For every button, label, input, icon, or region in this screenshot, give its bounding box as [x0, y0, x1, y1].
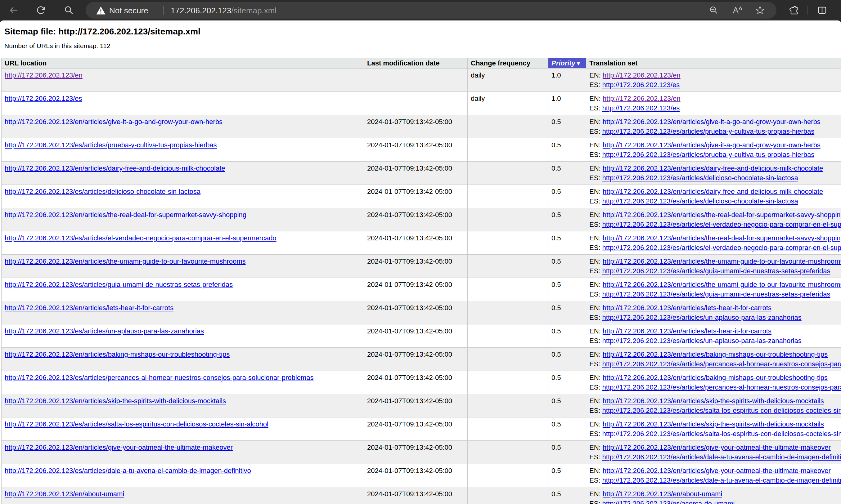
url-cell: http://172.206.202.123/en/articles/bakin… — [2, 348, 364, 371]
translation-link-en[interactable]: http://172.206.202.123/en/articles/bakin… — [603, 374, 828, 381]
header-change-frequency[interactable]: Change frequency — [468, 58, 548, 69]
translation-link-en[interactable]: http://172.206.202.123/en/about-umami — [603, 490, 722, 498]
back-button[interactable] — [8, 5, 19, 16]
translation-link-en[interactable]: http://172.206.202.123/en/articles/lets-… — [603, 304, 771, 312]
url-cell: http://172.206.202.123/en/articles/dairy… — [2, 162, 364, 185]
translation-link-en[interactable]: http://172.206.202.123/en — [603, 71, 681, 79]
changefreq-cell — [468, 348, 548, 371]
translation-link-en[interactable]: http://172.206.202.123/en/articles/bakin… — [603, 350, 828, 358]
translation-link-en[interactable]: http://172.206.202.123/en/articles/give-… — [603, 467, 831, 474]
translation-link-es[interactable]: http://172.206.202.123/es/articles/dale-… — [602, 453, 841, 461]
table-row: http://172.206.202.123/en/articles/the-r… — [2, 208, 841, 231]
read-aloud-button[interactable] — [732, 5, 742, 16]
url-link[interactable]: http://172.206.202.123/es/articles/prueb… — [5, 141, 217, 149]
translation-link-es[interactable]: http://172.206.202.123/es/articles/prueb… — [602, 151, 814, 159]
translation-link-es[interactable]: http://172.206.202.123/es/articles/delic… — [602, 174, 798, 182]
translation-cell: EN: http://172.206.202.123/en/articles/g… — [586, 115, 841, 138]
translation-link-es[interactable]: http://172.206.202.123/es/articles/un-ap… — [602, 337, 802, 345]
translation-link-es[interactable]: http://172.206.202.123/es/acerca-de-umam… — [602, 500, 735, 504]
url-link[interactable]: http://172.206.202.123/en/articles/give-… — [5, 118, 223, 126]
url-link[interactable]: http://172.206.202.123/es/articles/el-ve… — [5, 234, 277, 242]
translation-link-es[interactable]: http://172.206.202.123/es — [602, 104, 680, 112]
translation-cell: EN: http://172.206.202.123/en/articles/t… — [586, 231, 841, 255]
header-url-location[interactable]: URL location — [2, 58, 364, 69]
translation-link-en[interactable]: http://172.206.202.123/en/articles/skip-… — [603, 397, 824, 405]
translation-label-en: EN: — [589, 234, 601, 242]
translation-link-en[interactable]: http://172.206.202.123/en/articles/skip-… — [603, 420, 824, 428]
translation-link-en[interactable]: http://172.206.202.123/en/articles/dairy… — [603, 188, 823, 195]
url-link[interactable]: http://172.206.202.123/en/articles/dairy… — [5, 164, 225, 172]
translation-link-es[interactable]: http://172.206.202.123/es/articles/perca… — [602, 360, 841, 368]
url-cell: http://172.206.202.123/es/articles/el-ve… — [2, 231, 364, 255]
translation-link-en[interactable]: http://172.206.202.123/en/articles/give-… — [603, 141, 821, 149]
url-link[interactable]: http://172.206.202.123/en/articles/lets-… — [5, 304, 174, 312]
split-screen-button[interactable] — [817, 5, 827, 16]
zoom-out-button[interactable] — [709, 5, 719, 16]
translation-link-es[interactable]: http://172.206.202.123/es/articles/prueb… — [602, 127, 814, 135]
translation-label-es: ES: — [589, 453, 600, 461]
not-secure-warning-icon[interactable] — [95, 5, 106, 17]
url-link[interactable]: http://172.206.202.123/en/about-umami — [5, 490, 124, 498]
url-display[interactable]: 172.206.202.123/sitemap.xml — [171, 6, 277, 16]
url-link[interactable]: http://172.206.202.123/en/articles/give-… — [5, 444, 233, 451]
changefreq-cell — [468, 185, 548, 208]
url-path: /sitemap.xml — [231, 6, 277, 15]
url-link[interactable]: http://172.206.202.123/es/articles/perca… — [5, 374, 313, 381]
translation-link-es[interactable]: http://172.206.202.123/es/articles/salta… — [602, 407, 841, 414]
url-link[interactable]: http://172.206.202.123/en/articles/skip-… — [5, 397, 226, 405]
search-button[interactable] — [64, 5, 74, 16]
header-translation-set[interactable]: Translation set — [586, 58, 841, 69]
header-priority[interactable]: Priority▼ — [548, 58, 586, 69]
url-cell: http://172.206.202.123/es/articles/salta… — [2, 417, 364, 441]
translation-link-en[interactable]: http://172.206.202.123/en/articles/the-u… — [603, 257, 841, 265]
address-bar[interactable]: Not secure 172.206.202.123/sitemap.xml — [86, 2, 776, 19]
translation-link-es[interactable]: http://172.206.202.123/es — [602, 81, 680, 89]
security-label[interactable]: Not secure — [109, 6, 148, 16]
url-link[interactable]: http://172.206.202.123/en/articles/the-u… — [5, 257, 246, 265]
url-link[interactable]: http://172.206.202.123/es/articles/un-ap… — [5, 327, 204, 335]
translation-link-en[interactable]: http://172.206.202.123/en/articles/lets-… — [603, 327, 771, 335]
table-row: http://172.206.202.123/en/articles/give-… — [2, 441, 841, 464]
translation-cell: EN: http://172.206.202.123/en ES: http:/… — [586, 92, 841, 115]
translation-label-es: ES: — [589, 430, 600, 438]
translation-link-en[interactable]: http://172.206.202.123/en/articles/give-… — [603, 118, 821, 126]
translation-link-es[interactable]: http://172.206.202.123/es/articles/delic… — [602, 197, 798, 205]
translation-link-en[interactable]: http://172.206.202.123/en — [603, 95, 681, 102]
url-link[interactable]: http://172.206.202.123/en — [5, 71, 83, 79]
url-link[interactable]: http://172.206.202.123/es/articles/guia-… — [5, 281, 233, 288]
translation-link-es[interactable]: http://172.206.202.123/es/articles/dale-… — [602, 476, 841, 484]
url-link[interactable]: http://172.206.202.123/en/articles/the-r… — [5, 211, 246, 219]
table-row: http://172.206.202.123/es/articles/dale-… — [2, 464, 841, 487]
translation-label-es: ES: — [589, 174, 600, 182]
refresh-button[interactable] — [36, 5, 46, 16]
translation-link-en[interactable]: http://172.206.202.123/en/articles/dairy… — [603, 164, 823, 172]
translation-link-es[interactable]: http://172.206.202.123/es/articles/guia-… — [602, 267, 830, 275]
translation-link-es[interactable]: http://172.206.202.123/es/articles/un-ap… — [602, 313, 802, 321]
url-link[interactable]: http://172.206.202.123/es/articles/delic… — [5, 188, 200, 195]
translation-link-en[interactable]: http://172.206.202.123/en/articles/the-r… — [603, 211, 841, 219]
url-link[interactable]: http://172.206.202.123/es — [5, 95, 82, 102]
priority-cell: 0.5 — [548, 464, 586, 487]
url-link[interactable]: http://172.206.202.123/en/articles/bakin… — [5, 350, 230, 358]
translation-link-es[interactable]: http://172.206.202.123/es/articles/el-ve… — [602, 244, 841, 252]
translation-label-es: ES: — [589, 197, 600, 205]
url-link[interactable]: http://172.206.202.123/es/articles/dale-… — [5, 467, 251, 474]
changefreq-cell — [468, 301, 548, 324]
extensions-button[interactable] — [789, 5, 799, 16]
favorites-button[interactable] — [755, 5, 765, 16]
translation-link-en[interactable]: http://172.206.202.123/en/articles/the-u… — [603, 281, 841, 288]
header-last-modification[interactable]: Last modification date — [364, 58, 468, 69]
url-link[interactable]: http://172.206.202.123/es/articles/salta… — [5, 420, 268, 428]
back-arrow-icon — [8, 5, 19, 16]
translation-label-es: ES: — [589, 407, 600, 414]
lastmod-cell: 2024-01-07T09:13:42-05:00 — [364, 185, 468, 208]
translation-link-es[interactable]: http://172.206.202.123/es/articles/el-ve… — [602, 220, 841, 228]
priority-cell: 1.0 — [548, 92, 586, 115]
translation-link-en[interactable]: http://172.206.202.123/en/articles/the-r… — [603, 234, 841, 242]
translation-link-en[interactable]: http://172.206.202.123/en/articles/give-… — [603, 444, 831, 451]
translation-link-es[interactable]: http://172.206.202.123/es/articles/salta… — [602, 430, 841, 438]
translation-link-es[interactable]: http://172.206.202.123/es/articles/perca… — [602, 383, 841, 391]
changefreq-cell — [468, 394, 548, 417]
translation-link-es[interactable]: http://172.206.202.123/es/articles/guia-… — [602, 290, 830, 298]
favorites-star-icon — [755, 11, 765, 16]
